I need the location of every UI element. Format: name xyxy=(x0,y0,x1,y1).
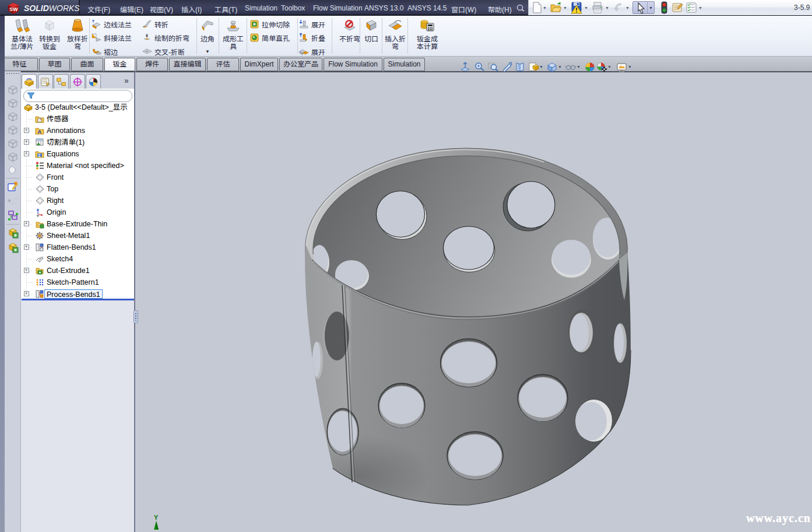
svg-text:Y: Y xyxy=(154,514,159,521)
svg-text:Σ: Σ xyxy=(38,153,41,158)
svg-text:SW: SW xyxy=(9,6,18,12)
svg-text:A: A xyxy=(38,129,42,135)
